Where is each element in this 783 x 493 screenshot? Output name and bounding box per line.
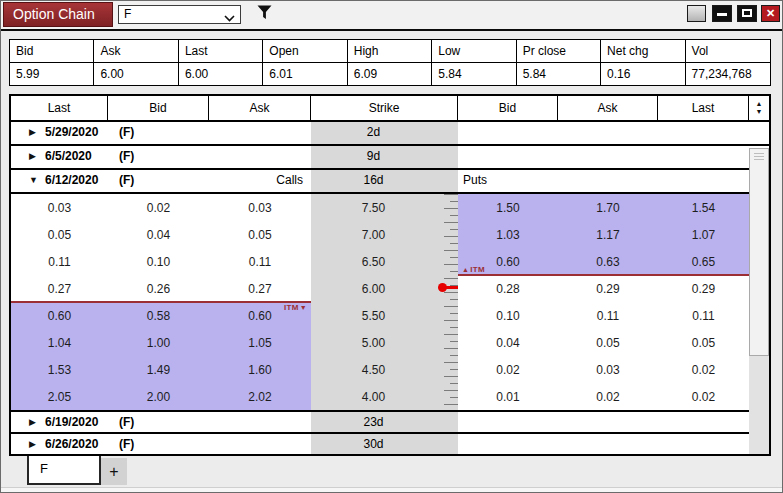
expander-collapsed-icon[interactable]: ▶ — [29, 122, 36, 143]
put-ask-cell[interactable]: 0.63 — [558, 248, 658, 275]
header-call-ask[interactable]: Ask — [209, 96, 311, 120]
quote-value-vol: 77,234,768 — [686, 63, 770, 86]
put-last-cell[interactable]: 0.11 — [658, 302, 749, 329]
call-last-cell[interactable]: 0.60 — [11, 302, 108, 329]
call-bid-cell[interactable]: 2.00 — [108, 383, 209, 410]
scroll-down-icon[interactable]: ▼ — [756, 108, 763, 116]
close-button[interactable]: ✕ — [761, 5, 780, 22]
put-last-cell[interactable]: 0.29 — [658, 275, 749, 302]
call-last-cell[interactable]: 0.11 — [11, 248, 108, 275]
call-bid-cell[interactable]: 0.58 — [108, 302, 209, 329]
option-row-5-50: 0.60 0.58 0.60 ITM▼ 5.50 0.10 0.11 0.11 — [11, 302, 769, 329]
puts-section-label: Puts — [463, 170, 487, 191]
put-bid-cell[interactable]: 0.01 — [458, 383, 558, 410]
expiration-row-5-29[interactable]: ▶ 5/29/2020 (F) 2d — [11, 122, 769, 146]
call-ask-cell[interactable]: 0.27 — [209, 275, 311, 302]
call-ask-cell[interactable]: 1.60 — [209, 356, 311, 383]
expiration-date: 6/26/2020 — [45, 434, 98, 455]
call-last-cell[interactable]: 1.04 — [11, 329, 108, 356]
option-chain-table: Last Bid Ask Strike Bid Ask Last ▲ ▼ ▶ 5… — [9, 94, 771, 456]
call-bid-cell[interactable]: 1.49 — [108, 356, 209, 383]
option-chain-window: Option Chain F ✕ Bid Ask Last Open High … — [0, 0, 783, 493]
puts-itm-boundary-line — [458, 274, 749, 276]
expiration-row-6-19[interactable]: ▶ 6/19/2020 (F) 23d — [11, 410, 769, 434]
put-ask-cell[interactable]: 0.03 — [558, 356, 658, 383]
call-last-cell[interactable]: 0.27 — [11, 275, 108, 302]
expander-collapsed-icon[interactable]: ▶ — [29, 146, 36, 167]
scroll-up-icon[interactable]: ▲ — [756, 100, 763, 108]
symbol-dropdown[interactable]: F — [118, 5, 241, 24]
expiration-row-6-26[interactable]: ▶ 6/26/2020 (F) 30d — [11, 434, 769, 454]
expiration-date: 6/12/2020 — [45, 170, 98, 191]
put-bid-cell[interactable]: 0.02 — [458, 356, 558, 383]
call-ask-cell[interactable]: 0.05 — [209, 221, 311, 248]
scroll-spinner[interactable]: ▲ ▼ — [749, 96, 769, 120]
put-ask-cell[interactable]: 0.02 — [558, 383, 658, 410]
call-ask-cell[interactable]: 2.02 — [209, 383, 311, 410]
put-last-cell[interactable]: 1.07 — [658, 221, 749, 248]
maximize-button[interactable] — [737, 5, 757, 22]
expander-expanded-icon[interactable]: ▼ — [29, 170, 38, 191]
call-bid-cell[interactable]: 0.10 — [108, 248, 209, 275]
expander-collapsed-icon[interactable]: ▶ — [29, 412, 36, 433]
put-bid-cell[interactable]: 0.04 — [458, 329, 558, 356]
scrollbar-thumb[interactable] — [749, 148, 769, 356]
put-ask-cell[interactable]: 0.29 — [558, 275, 658, 302]
call-bid-cell[interactable]: 0.02 — [108, 194, 209, 221]
call-ask-cell[interactable]: 0.11 — [209, 248, 311, 275]
pin-button[interactable] — [687, 5, 706, 22]
call-ask-cell[interactable]: 1.05 — [209, 329, 311, 356]
put-last-cell[interactable]: 0.05 — [658, 329, 749, 356]
days-to-expiry: 30d — [311, 434, 458, 454]
header-call-last[interactable]: Last — [11, 96, 108, 120]
window-title-tab[interactable]: Option Chain — [3, 2, 113, 27]
vertical-scrollbar[interactable] — [749, 148, 769, 454]
itm-down-triangle-icon: ▼ — [300, 304, 307, 311]
expiration-row-6-12[interactable]: ▼ 6/12/2020 (F) Calls 16d Puts — [11, 170, 769, 194]
tab-symbol-f[interactable]: F — [27, 456, 101, 485]
put-ask-cell[interactable]: 1.70 — [558, 194, 658, 221]
call-last-cell[interactable]: 0.05 — [11, 221, 108, 248]
call-last-cell[interactable]: 1.53 — [11, 356, 108, 383]
header-call-bid[interactable]: Bid — [108, 96, 209, 120]
strike-cell: 7.50 — [311, 194, 458, 221]
header-strike[interactable]: Strike — [311, 96, 458, 120]
puts-group: 0.01 0.02 0.02 — [458, 383, 749, 410]
option-row-5-00: 1.04 1.00 1.05 5.00 0.04 0.05 0.05 — [11, 329, 769, 356]
expiration-row-6-5[interactable]: ▶ 6/5/2020 (F) 9d — [11, 146, 769, 170]
call-bid-cell[interactable]: 0.04 — [108, 221, 209, 248]
put-bid-cell[interactable]: 0.10 — [458, 302, 558, 329]
expander-collapsed-icon[interactable]: ▶ — [29, 434, 36, 455]
minimize-button[interactable] — [712, 5, 732, 22]
call-bid-cell[interactable]: 1.00 — [108, 329, 209, 356]
add-tab-button[interactable]: + — [101, 458, 127, 485]
filter-button[interactable] — [254, 5, 274, 24]
header-put-ask[interactable]: Ask — [558, 96, 658, 120]
put-ask-cell[interactable]: 1.17 — [558, 221, 658, 248]
quote-label-prclose: Pr close — [517, 40, 601, 63]
puts-group-itm-boundary: 0.60 0.63 0.65 ▲ITM — [458, 248, 749, 275]
call-ask-cell[interactable]: 0.03 — [209, 194, 311, 221]
put-bid-cell[interactable]: 1.50 — [458, 194, 558, 221]
call-last-cell[interactable]: 2.05 — [11, 383, 108, 410]
calls-itm-flag: ITM▼ — [284, 303, 307, 312]
expiration-root: (F) — [119, 170, 134, 191]
put-ask-cell[interactable]: 0.11 — [558, 302, 658, 329]
header-put-last[interactable]: Last — [658, 96, 749, 120]
call-bid-cell[interactable]: 0.26 — [108, 275, 209, 302]
put-last-cell[interactable]: 0.02 — [658, 383, 749, 410]
put-last-cell[interactable]: 0.02 — [658, 356, 749, 383]
minimize-icon — [717, 13, 727, 16]
put-last-cell[interactable]: 1.54 — [658, 194, 749, 221]
calls-group-itm: 1.04 1.00 1.05 — [11, 329, 311, 356]
put-bid-cell[interactable]: 1.03 — [458, 221, 558, 248]
expiration-date: 6/19/2020 — [45, 412, 98, 433]
header-put-bid[interactable]: Bid — [458, 96, 558, 120]
expiration-date: 5/29/2020 — [45, 122, 98, 143]
put-last-cell[interactable]: 0.65 — [658, 248, 749, 275]
quote-label-low: Low — [432, 40, 516, 63]
put-bid-cell[interactable]: 0.28 — [458, 275, 558, 302]
puts-group: 0.02 0.03 0.02 — [458, 356, 749, 383]
call-last-cell[interactable]: 0.03 — [11, 194, 108, 221]
put-ask-cell[interactable]: 0.05 — [558, 329, 658, 356]
